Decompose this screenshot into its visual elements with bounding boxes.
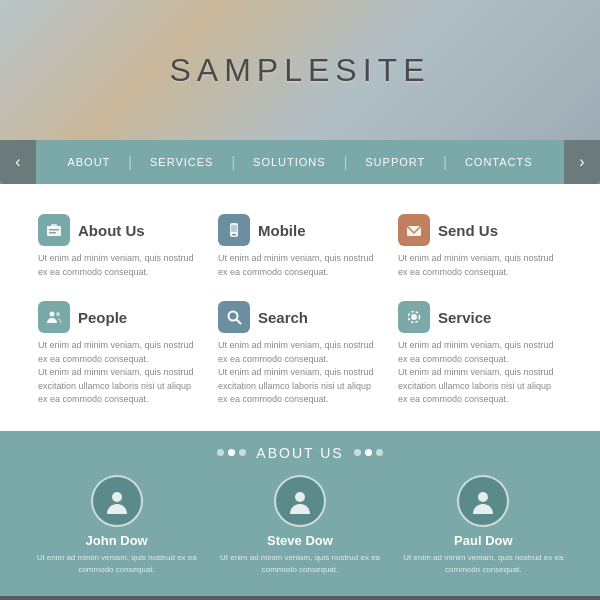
nav-item-support[interactable]: SUPPORT (347, 140, 443, 184)
service-title-service: Service (438, 309, 491, 326)
team-member-paul: Paul Dow Ut enim ad minim veniam, quis n… (397, 475, 570, 576)
site-title: SAMPLESITE (170, 52, 431, 89)
team-desc-steve: Ut enim ad minim veniam, quis nostrud ex… (213, 552, 386, 576)
service-icon-service (398, 301, 430, 333)
service-item-service: Service Ut enim ad minim veniam, quis no… (390, 293, 570, 421)
team-desc-paul: Ut enim ad minim veniam, quis nostrud ex… (397, 552, 570, 576)
service-icon-about-us (38, 214, 70, 246)
team-name-john: John Dow (86, 533, 148, 548)
team-avatar-paul (457, 475, 509, 527)
service-header-search: Search (218, 301, 378, 333)
about-dot-1 (217, 449, 224, 456)
team-avatar-steve (274, 475, 326, 527)
team-grid: John Dow Ut enim ad minim veniam, quis n… (30, 475, 570, 576)
svg-rect-5 (232, 234, 236, 236)
footer: WWW.SAMPLESITE.COM | @SAMPLESITE ABOUT |… (0, 596, 600, 601)
team-name-paul: Paul Dow (454, 533, 513, 548)
nav-next-button[interactable]: › (564, 140, 600, 184)
service-header-people: People (38, 301, 198, 333)
service-icon-mobile (218, 214, 250, 246)
service-title-search: Search (258, 309, 308, 326)
service-text-people: Ut enim ad minim veniam, quis nostrud ex… (38, 339, 198, 407)
about-section-title: About Us (256, 445, 343, 461)
team-member-steve: Steve Dow Ut enim ad minim veniam, quis … (213, 475, 386, 576)
about-dot-2 (228, 449, 235, 456)
service-header-service: Service (398, 301, 558, 333)
service-item-people: People Ut enim ad minim veniam, quis nos… (30, 293, 210, 421)
service-text-send-us: Ut enim ad minim veniam, quis nostrud ex… (398, 252, 558, 279)
about-dots-left (217, 449, 246, 456)
about-dot-4 (354, 449, 361, 456)
service-icon-send-us (398, 214, 430, 246)
about-dot-3 (239, 449, 246, 456)
service-item-send-us: Send Us Ut enim ad minim veniam, quis no… (390, 206, 570, 293)
navigation-bar: ‹ ABOUT | SERVICES | SOLUTIONS | SUPPORT… (0, 140, 600, 184)
about-dot-5 (365, 449, 372, 456)
service-icon-people (38, 301, 70, 333)
team-name-steve: Steve Dow (267, 533, 333, 548)
nav-item-solutions[interactable]: SOLUTIONS (235, 140, 344, 184)
service-item-about-us: About Us Ut enim ad minim veniam, quis n… (30, 206, 210, 293)
nav-item-contacts[interactable]: CONTACTS (447, 140, 551, 184)
svg-point-8 (50, 312, 55, 317)
main-content: About Us Ut enim ad minim veniam, quis n… (0, 184, 600, 431)
svg-point-12 (411, 314, 417, 320)
svg-rect-2 (49, 229, 59, 231)
service-text-mobile: Ut enim ad minim veniam, quis nostrud ex… (218, 252, 378, 279)
services-grid: About Us Ut enim ad minim veniam, quis n… (30, 206, 570, 421)
svg-rect-3 (49, 232, 56, 234)
hero-section: SAMPLESITE (0, 0, 600, 140)
svg-point-15 (295, 492, 305, 502)
service-title-mobile: Mobile (258, 222, 306, 239)
team-avatar-john (91, 475, 143, 527)
svg-line-11 (237, 320, 241, 324)
team-desc-john: Ut enim ad minim veniam, quis nostrud ex… (30, 552, 203, 576)
service-text-service: Ut enim ad minim veniam, quis nostrud ex… (398, 339, 558, 407)
svg-rect-1 (51, 224, 57, 227)
about-dot-6 (376, 449, 383, 456)
service-title-about-us: About Us (78, 222, 145, 239)
service-title-send-us: Send Us (438, 222, 498, 239)
service-text-about-us: Ut enim ad minim veniam, quis nostrud ex… (38, 252, 198, 279)
team-member-john: John Dow Ut enim ad minim veniam, quis n… (30, 475, 203, 576)
service-icon-search (218, 301, 250, 333)
service-title-people: People (78, 309, 127, 326)
about-section: About Us John Dow Ut enim ad minim venia… (0, 431, 600, 596)
svg-rect-6 (231, 225, 237, 232)
about-title-row: About Us (30, 445, 570, 461)
svg-point-14 (112, 492, 122, 502)
nav-prev-button[interactable]: ‹ (0, 140, 36, 184)
service-text-search: Ut enim ad minim veniam, quis nostrud ex… (218, 339, 378, 407)
svg-rect-0 (47, 226, 61, 236)
svg-point-16 (478, 492, 488, 502)
service-header-about-us: About Us (38, 214, 198, 246)
svg-point-9 (56, 312, 60, 316)
nav-item-services[interactable]: SERVICES (132, 140, 231, 184)
about-dots-right (354, 449, 383, 456)
service-item-search: Search Ut enim ad minim veniam, quis nos… (210, 293, 390, 421)
nav-items-list: ABOUT | SERVICES | SOLUTIONS | SUPPORT |… (36, 140, 564, 184)
nav-item-about[interactable]: ABOUT (49, 140, 128, 184)
service-header-mobile: Mobile (218, 214, 378, 246)
service-item-mobile: Mobile Ut enim ad minim veniam, quis nos… (210, 206, 390, 293)
service-header-send-us: Send Us (398, 214, 558, 246)
